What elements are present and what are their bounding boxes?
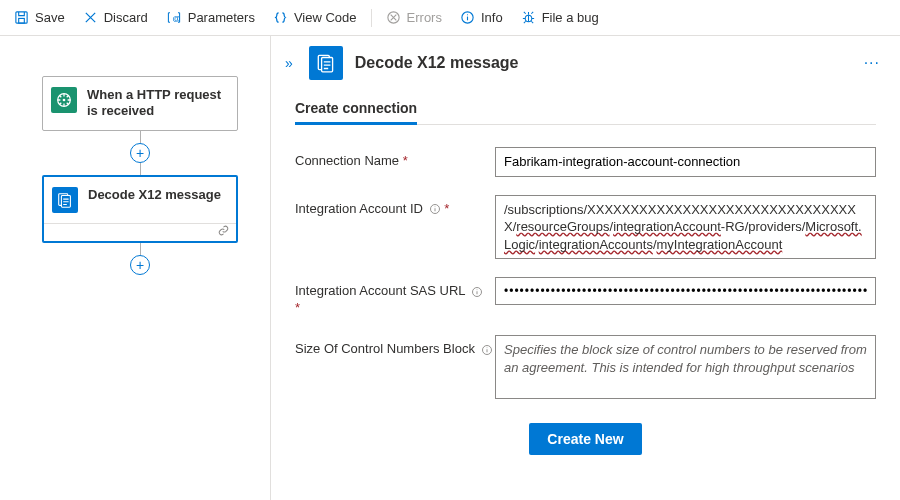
info-icon[interactable] (471, 286, 483, 298)
connection-name-label: Connection Name * (295, 147, 495, 170)
info-button[interactable]: Info (452, 6, 511, 29)
separator (371, 9, 372, 27)
toolbar: Save Discard @ Parameters View Code Erro… (0, 0, 900, 36)
view-code-label: View Code (294, 10, 357, 25)
panel-body: Create connection Connection Name * Inte… (271, 90, 900, 469)
svg-point-5 (467, 14, 468, 15)
svg-rect-1 (19, 18, 25, 23)
parameters-label: Parameters (188, 10, 255, 25)
sas-url-input[interactable] (495, 277, 876, 305)
integration-account-id-label: Integration Account ID * (295, 195, 495, 218)
panel-header: » Decode X12 message ··· (271, 36, 900, 90)
code-icon (273, 10, 288, 25)
info-icon[interactable] (429, 203, 441, 215)
tab-strip: Create connection (295, 94, 876, 125)
file-bug-button[interactable]: File a bug (513, 6, 607, 29)
svg-point-8 (63, 99, 66, 102)
trigger-title: When a HTTP request is received (87, 87, 227, 120)
svg-point-16 (476, 289, 477, 290)
view-code-button[interactable]: View Code (265, 6, 365, 29)
action-title: Decode X12 message (88, 187, 221, 203)
parameters-button[interactable]: @ Parameters (158, 6, 263, 29)
control-numbers-block-input[interactable]: Specifies the block size of control numb… (495, 335, 876, 399)
errors-button: Errors (378, 6, 450, 29)
create-new-button[interactable]: Create New (529, 423, 641, 455)
x12-action-icon (52, 187, 78, 213)
designer-canvas[interactable]: When a HTTP request is received + Decode… (0, 36, 270, 500)
svg-point-14 (434, 206, 435, 207)
svg-point-18 (486, 347, 487, 348)
http-trigger-icon (51, 87, 77, 113)
field-connection-name: Connection Name * (295, 147, 876, 177)
connector: + (28, 131, 252, 175)
discard-button[interactable]: Discard (75, 6, 156, 29)
main: When a HTTP request is received + Decode… (0, 36, 900, 500)
info-icon (460, 10, 475, 25)
connector: + (28, 243, 252, 275)
save-icon (14, 10, 29, 25)
connection-name-input[interactable] (495, 147, 876, 177)
field-integration-account-id: Integration Account ID * /subscriptions/… (295, 195, 876, 260)
svg-rect-0 (16, 12, 27, 23)
discard-icon (83, 10, 98, 25)
errors-label: Errors (407, 10, 442, 25)
integration-account-id-input[interactable]: /subscriptions/XXXXXXXXXXXXXXXXXXXXXXXXX… (495, 195, 876, 260)
trigger-card[interactable]: When a HTTP request is received (42, 76, 238, 131)
file-bug-label: File a bug (542, 10, 599, 25)
add-step-button[interactable]: + (130, 255, 150, 275)
field-control-numbers-block: Size Of Control Numbers Block Specifies … (295, 335, 876, 399)
field-sas-url: Integration Account SAS URL * (295, 277, 876, 317)
panel-title: Decode X12 message (355, 54, 848, 72)
info-label: Info (481, 10, 503, 25)
save-button[interactable]: Save (6, 6, 73, 29)
details-panel: » Decode X12 message ··· Create connecti… (270, 36, 900, 500)
sas-url-label: Integration Account SAS URL * (295, 277, 495, 317)
panel-icon (309, 46, 343, 80)
connection-icon (217, 223, 230, 241)
control-numbers-block-label: Size Of Control Numbers Block (295, 335, 495, 358)
add-step-button[interactable]: + (130, 143, 150, 163)
parameters-icon: @ (166, 10, 182, 25)
more-icon[interactable]: ··· (860, 50, 884, 76)
bug-icon (521, 10, 536, 25)
errors-icon (386, 10, 401, 25)
info-icon[interactable] (481, 344, 493, 356)
save-label: Save (35, 10, 65, 25)
collapse-icon[interactable]: » (281, 51, 297, 75)
action-card[interactable]: Decode X12 message (42, 175, 238, 243)
tab-create-connection[interactable]: Create connection (295, 94, 417, 124)
discard-label: Discard (104, 10, 148, 25)
